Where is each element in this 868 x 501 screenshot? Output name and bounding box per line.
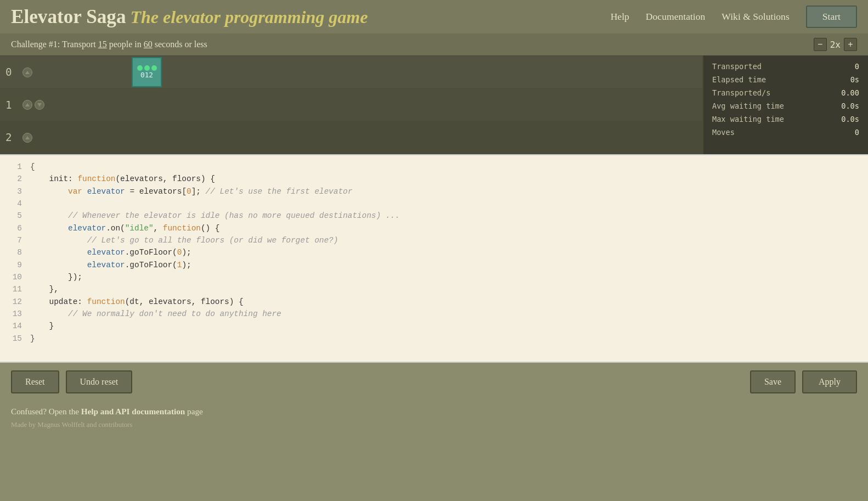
floor-2-row: 2	[0, 121, 702, 154]
stat-moves-label: Moves	[712, 128, 735, 137]
wiki-link[interactable]: Wiki & Solutions	[722, 11, 789, 22]
code-line-12: 12 update: function(dt, elevators, floor…	[0, 296, 868, 308]
stat-transported-s: Transported/s 0.00	[712, 87, 859, 98]
stat-avg-wait-label: Avg waiting time	[712, 102, 784, 110]
footer-help-suffix: page	[185, 407, 202, 416]
stat-avg-wait: Avg waiting time 0.0s	[712, 100, 859, 111]
speed-display: 2x	[830, 40, 841, 50]
code-line-11: 11 },	[0, 283, 868, 295]
app-subtitle: The elevator programming game	[131, 7, 368, 27]
elevator-floor-display: 012	[140, 71, 153, 79]
floor-0-number: 0	[5, 66, 19, 78]
stat-transported-s-value: 0.00	[841, 88, 859, 97]
stat-max-wait: Max waiting time 0.0s	[712, 114, 859, 125]
floor-0-row: 0 012	[0, 55, 702, 88]
svg-marker-2	[37, 103, 42, 106]
reset-button[interactable]: Reset	[11, 370, 59, 393]
floor-1-row: 1	[0, 88, 702, 121]
footer-help-text: Confused? Open the	[11, 407, 81, 416]
help-link[interactable]: Help	[611, 11, 629, 22]
undo-reset-button[interactable]: Undo reset	[66, 370, 133, 393]
apply-button[interactable]: Apply	[802, 370, 857, 393]
challenge-bar: Challenge #1: Transport 15 people in 60 …	[0, 33, 868, 55]
floor-1-up-button[interactable]	[22, 100, 32, 110]
indicator-dot-1	[144, 65, 150, 71]
stats-panel: Transported 0 Elapsed time 0s Transporte…	[703, 55, 868, 154]
code-line-14: 14 }	[0, 320, 868, 332]
elevator-indicators	[137, 65, 157, 71]
footer-credit: Made by Magnus Wolffelt and contributors	[0, 419, 868, 435]
stat-moves-value: 0	[855, 128, 859, 137]
elevator-car: 012	[132, 57, 162, 87]
code-line-3: 3 var elevator = elevators[0]; // Let's …	[0, 185, 868, 198]
floor-1-buttons	[22, 100, 44, 110]
code-line-2: 2 init: function(elevators, floors) {	[0, 173, 868, 185]
footer-help: Confused? Open the Help and API document…	[0, 401, 868, 419]
code-editor[interactable]: 1 { 2 init: function(elevators, floors) …	[0, 154, 868, 363]
svg-marker-1	[25, 103, 30, 106]
start-button[interactable]: Start	[806, 5, 857, 28]
challenge-text: Challenge #1: Transport 15 people in 60 …	[11, 40, 207, 49]
stat-transported-label: Transported	[712, 62, 762, 71]
code-line-4: 4	[0, 198, 868, 210]
documentation-link[interactable]: Documentation	[646, 11, 705, 22]
stat-transported-s-label: Transported/s	[712, 88, 770, 97]
floor-2-number: 2	[5, 131, 19, 144]
code-line-6: 6 elevator.on("idle", function() {	[0, 222, 868, 234]
speed-decrease-button[interactable]: −	[814, 38, 827, 51]
floor-2-up-button[interactable]	[22, 133, 32, 143]
footer-credit-text: Made by Magnus Wolffelt and contributors	[11, 421, 132, 429]
header-title: Elevator Saga The elevator programming g…	[11, 6, 368, 28]
app-title: Elevator Saga	[11, 6, 126, 28]
stat-elapsed-label: Elapsed time	[712, 75, 766, 84]
simulation-area: 2 1 0	[0, 55, 868, 154]
code-line-5: 5 // Whenever the elevator is idle (has …	[0, 210, 868, 222]
speed-control: − 2x +	[814, 38, 857, 51]
code-line-10: 10 });	[0, 271, 868, 283]
challenge-count: 15	[98, 40, 107, 49]
stat-transported: Transported 0	[712, 61, 859, 72]
save-button[interactable]: Save	[750, 370, 796, 393]
stat-moves: Moves 0	[712, 127, 859, 138]
left-buttons: Reset Undo reset	[11, 370, 132, 393]
right-buttons: Save Apply	[750, 370, 857, 393]
elevator-shaft: 2 1 0	[0, 55, 703, 154]
svg-marker-3	[25, 71, 30, 74]
challenge-time: 60	[144, 40, 153, 49]
header-nav: Help Documentation Wiki & Solutions Star…	[611, 5, 857, 28]
stat-elapsed: Elapsed time 0s	[712, 74, 859, 85]
stat-max-wait-label: Max waiting time	[712, 115, 784, 123]
floor-2-buttons	[22, 133, 32, 143]
indicator-dot-0	[137, 65, 143, 71]
speed-increase-button[interactable]: +	[844, 38, 857, 51]
stat-avg-wait-value: 0.0s	[841, 102, 859, 110]
code-line-9: 9 elevator.goToFloor(1);	[0, 259, 868, 271]
code-line-13: 13 // We normally don't need to do anyth…	[0, 308, 868, 320]
code-line-15: 15 }	[0, 333, 868, 345]
stat-max-wait-value: 0.0s	[841, 115, 859, 123]
floor-1-down-button[interactable]	[35, 100, 44, 110]
footer-help-link[interactable]: Help and API documentation	[81, 407, 185, 416]
header: Elevator Saga The elevator programming g…	[0, 0, 868, 33]
stat-transported-value: 0	[855, 62, 859, 71]
stat-elapsed-value: 0s	[850, 75, 859, 84]
floor-0-buttons	[22, 67, 32, 77]
code-line-7: 7 // Let's go to all the floors (or did …	[0, 234, 868, 246]
bottom-bar: Reset Undo reset Save Apply	[0, 363, 868, 401]
code-line-8: 8 elevator.goToFloor(0);	[0, 246, 868, 258]
floor-1-number: 1	[5, 99, 19, 111]
svg-marker-0	[25, 136, 30, 139]
code-line-1: 1 {	[0, 161, 868, 173]
indicator-dot-2	[151, 65, 157, 71]
floor-0-up-button[interactable]	[22, 67, 32, 77]
